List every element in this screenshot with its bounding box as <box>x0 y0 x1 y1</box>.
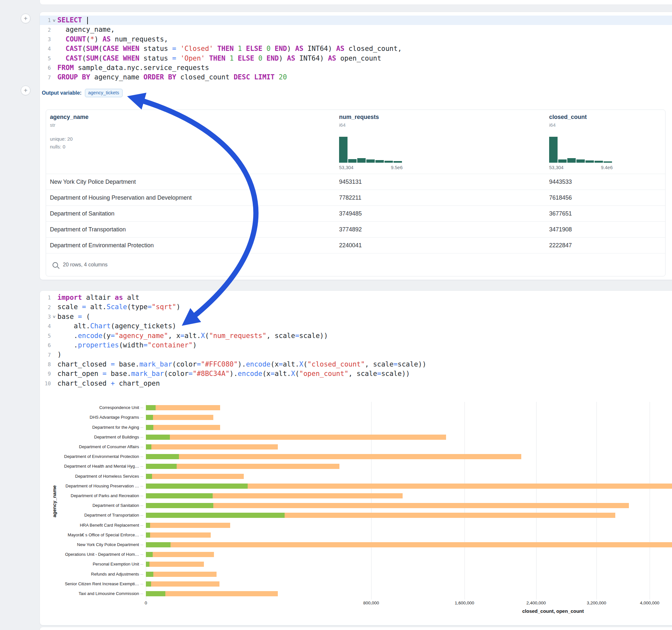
bar-closed-count <box>146 503 629 508</box>
code-token: SELECT <box>57 16 82 24</box>
column-unique-count: unique: 20 <box>50 136 73 142</box>
code-token <box>250 73 254 81</box>
code-token: 0 <box>266 45 271 52</box>
code-token: END <box>266 54 279 62</box>
code-token: AS <box>287 54 295 62</box>
code-token: = <box>172 54 176 62</box>
histogram-range: 53,304 9.4e6 <box>549 165 613 170</box>
code-token <box>234 45 238 52</box>
bar-open-count <box>146 572 153 577</box>
code-token: ELSE <box>246 45 263 52</box>
bar-open-count <box>146 474 152 479</box>
y-tick <box>140 584 143 584</box>
column-header-closed-count[interactable]: closed_count i64 <box>549 114 587 128</box>
y-tick <box>140 515 143 516</box>
table-row[interactable]: Department of Environmental Protection22… <box>46 237 665 253</box>
cell-agency-name: Department of Environmental Protection <box>50 238 154 253</box>
table-row[interactable]: New York City Police Department945313194… <box>46 174 665 190</box>
code-token <box>57 54 66 62</box>
table-row[interactable]: Department of Sanitation37494853677651 <box>46 205 665 222</box>
histogram-max: 9.5e6 <box>391 165 403 170</box>
sql-code-line[interactable]: 6FROM sample_data.nyc.service_requests <box>40 63 672 73</box>
histogram-bar <box>348 159 357 163</box>
y-tick <box>140 428 143 428</box>
code-token: 'Closed' <box>180 45 213 52</box>
code-token: AS <box>328 54 336 62</box>
y-axis-label: Department of Health and Mental Hyg… <box>40 464 139 469</box>
y-tick <box>140 535 143 535</box>
code-token <box>262 45 266 52</box>
y-tick <box>140 447 143 447</box>
bar-closed-count <box>146 532 211 538</box>
cell-closed-count: 9443533 <box>549 174 572 190</box>
x-tick-label: 0 <box>145 601 147 605</box>
code-token: FROM <box>57 64 74 72</box>
code-token <box>82 16 86 24</box>
code-token: sample_data.nyc.service_requests <box>74 64 209 72</box>
code-token: ) <box>287 45 295 52</box>
code-token <box>242 45 246 52</box>
code-token <box>262 54 266 62</box>
code-token: closed_count <box>176 73 234 81</box>
output-variable-chip[interactable]: agency_tickets <box>85 89 123 97</box>
histogram-min: 53,304 <box>549 165 563 170</box>
histogram-bar <box>393 161 402 163</box>
code-token: DESC <box>234 73 250 81</box>
plus-icon: + <box>24 15 28 22</box>
add-cell-button-top[interactable]: + <box>21 14 30 23</box>
bar-closed-count <box>146 572 217 577</box>
add-cell-button-middle[interactable]: + <box>21 86 30 95</box>
line-number: 5 <box>40 55 51 62</box>
search-icon[interactable] <box>52 262 58 268</box>
code-token <box>119 54 123 62</box>
sql-code-line[interactable]: 4 CAST(SUM(CASE WHEN status = 'Closed' T… <box>40 44 672 53</box>
fold-caret-icon[interactable]: ∨ <box>50 18 58 23</box>
code-token: status <box>139 54 172 62</box>
line-number: 4 <box>40 46 51 52</box>
cell-closed-count: 3677651 <box>549 206 572 222</box>
chart-gridline <box>536 402 536 600</box>
histogram-bar <box>585 161 594 163</box>
sql-cell: 1∨SELECT 2 agency_name,3 COUNT(*) AS num… <box>40 12 672 280</box>
sql-code-line[interactable]: 7GROUP BY agency_name ORDER BY closed_co… <box>40 73 672 82</box>
table-row[interactable]: Department of Housing Preservation and D… <box>46 190 665 206</box>
sql-editor[interactable]: 1∨SELECT 2 agency_name,3 COUNT(*) AS num… <box>40 16 672 82</box>
column-header-num-requests[interactable]: num_requests i64 <box>339 114 379 128</box>
sql-code-line[interactable]: 3 COUNT(*) AS num_requests, <box>40 35 672 44</box>
column-name: agency_name <box>50 114 89 121</box>
code-text: COUNT(*) AS num_requests, <box>57 35 168 44</box>
table-row-count: 20 rows, 4 columns <box>63 262 107 268</box>
code-token: SUM <box>86 54 99 62</box>
code-text: SELECT <box>57 16 88 25</box>
y-axis-label: Correspondence Unit <box>40 405 139 410</box>
histogram-bar <box>384 161 393 163</box>
sql-code-line[interactable]: 2 agency_name, <box>40 25 672 34</box>
line-number: 3 <box>40 36 51 43</box>
y-tick <box>140 564 143 564</box>
y-tick <box>140 545 143 545</box>
plus-icon: + <box>24 87 28 94</box>
code-text: FROM sample_data.nyc.service_requests <box>57 63 209 73</box>
code-token: AS <box>102 35 111 43</box>
column-name: closed_count <box>549 114 587 121</box>
code-token: 0 <box>258 54 263 62</box>
x-tick-label: 800,000 <box>363 601 379 605</box>
column-header-agency-name[interactable]: agency_name str <box>50 114 89 128</box>
sql-code-line[interactable]: 1∨SELECT <box>40 16 672 25</box>
code-token <box>57 35 66 43</box>
table-row[interactable]: Department of Transportation377489234719… <box>46 221 665 238</box>
code-token: status <box>139 45 172 52</box>
code-token <box>225 54 230 62</box>
histogram-bar <box>567 158 576 163</box>
code-token: = <box>172 45 176 52</box>
bar-closed-count <box>146 444 278 450</box>
sql-code-line[interactable]: 5 CAST(SUM(CASE WHEN status = 'Open' THE… <box>40 54 672 63</box>
bar-open-count <box>146 484 248 489</box>
chart-gridline <box>650 402 650 600</box>
cell-num-requests: 9453131 <box>339 174 362 190</box>
bar-open-count <box>146 552 153 557</box>
code-token: ( <box>86 35 91 43</box>
cell-closed-count: 7618456 <box>549 190 572 206</box>
bar-open-count <box>146 562 149 567</box>
bar-closed-count <box>146 542 672 547</box>
